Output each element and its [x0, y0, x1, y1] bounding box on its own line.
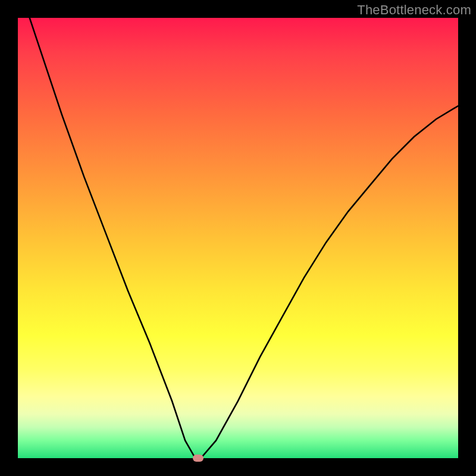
chart-frame: TheBottleneck.com	[0, 0, 476, 476]
watermark-text: TheBottleneck.com	[357, 2, 471, 18]
minimum-marker	[193, 455, 203, 462]
bottleneck-curve	[18, 18, 458, 458]
plot-area	[18, 18, 458, 458]
